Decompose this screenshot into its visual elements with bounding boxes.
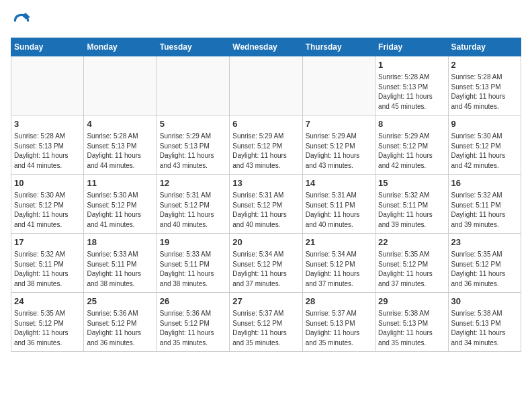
day-number: 16: [451, 177, 518, 189]
calendar-day-cell: 30Sunrise: 5:38 AMSunset: 5:13 PMDayligh…: [448, 293, 521, 352]
day-info: Sunrise: 5:28 AMSunset: 5:13 PMDaylight:…: [14, 132, 81, 171]
calendar-day-cell: 12Sunrise: 5:31 AMSunset: 5:12 PMDayligh…: [157, 175, 229, 234]
calendar-day-cell: [302, 56, 375, 116]
day-info: Sunrise: 5:32 AMSunset: 5:11 PMDaylight:…: [451, 191, 518, 230]
logo-icon: [11, 11, 32, 32]
day-number: 23: [451, 236, 518, 248]
day-number: 3: [14, 118, 81, 130]
day-info: Sunrise: 5:35 AMSunset: 5:12 PMDaylight:…: [451, 250, 518, 289]
calendar-day-cell: 17Sunrise: 5:32 AMSunset: 5:11 PMDayligh…: [11, 234, 84, 293]
calendar-day-cell: 19Sunrise: 5:33 AMSunset: 5:11 PMDayligh…: [157, 234, 229, 293]
day-number: 26: [160, 295, 226, 308]
calendar-day-cell: 22Sunrise: 5:35 AMSunset: 5:12 PMDayligh…: [375, 234, 448, 293]
calendar-day-cell: [230, 56, 302, 116]
day-info: Sunrise: 5:28 AMSunset: 5:13 PMDaylight:…: [378, 73, 445, 111]
day-info: Sunrise: 5:31 AMSunset: 5:12 PMDaylight:…: [232, 191, 299, 230]
calendar-header: SundayMondayTuesdayWednesdayThursdayFrid…: [11, 38, 521, 56]
day-info: Sunrise: 5:29 AMSunset: 5:12 PMDaylight:…: [306, 132, 372, 171]
day-number: 5: [160, 118, 226, 130]
day-info: Sunrise: 5:29 AMSunset: 5:13 PMDaylight:…: [160, 132, 226, 171]
calendar-day-cell: 20Sunrise: 5:34 AMSunset: 5:12 PMDayligh…: [230, 234, 302, 293]
day-number: 27: [232, 295, 299, 308]
page-header: [11, 11, 521, 32]
calendar-week-5: 24Sunrise: 5:35 AMSunset: 5:12 PMDayligh…: [11, 293, 521, 352]
day-info: Sunrise: 5:36 AMSunset: 5:12 PMDaylight:…: [160, 309, 226, 348]
day-number: 8: [378, 118, 445, 130]
calendar-day-cell: 2Sunrise: 5:28 AMSunset: 5:13 PMDaylight…: [448, 56, 521, 116]
day-info: Sunrise: 5:30 AMSunset: 5:12 PMDaylight:…: [87, 191, 153, 230]
day-number: 6: [232, 118, 299, 130]
calendar-day-cell: 8Sunrise: 5:29 AMSunset: 5:12 PMDaylight…: [375, 116, 448, 175]
weekday-header-row: SundayMondayTuesdayWednesdayThursdayFrid…: [11, 38, 521, 56]
day-info: Sunrise: 5:30 AMSunset: 5:12 PMDaylight:…: [14, 191, 81, 230]
calendar-day-cell: 16Sunrise: 5:32 AMSunset: 5:11 PMDayligh…: [448, 175, 521, 234]
calendar-day-cell: 26Sunrise: 5:36 AMSunset: 5:12 PMDayligh…: [157, 293, 229, 352]
calendar-day-cell: [157, 56, 229, 116]
day-number: 14: [306, 177, 372, 189]
day-number: 24: [14, 295, 81, 308]
day-number: 10: [14, 177, 81, 189]
calendar-day-cell: [84, 56, 157, 116]
calendar-day-cell: 6Sunrise: 5:29 AMSunset: 5:12 PMDaylight…: [230, 116, 302, 175]
weekday-header-saturday: Saturday: [448, 38, 521, 56]
day-number: 18: [87, 236, 153, 248]
weekday-header-friday: Friday: [375, 38, 448, 56]
calendar-body: 1Sunrise: 5:28 AMSunset: 5:13 PMDaylight…: [11, 56, 521, 352]
day-number: 20: [232, 236, 299, 248]
day-info: Sunrise: 5:29 AMSunset: 5:12 PMDaylight:…: [232, 132, 299, 171]
calendar-day-cell: 18Sunrise: 5:33 AMSunset: 5:11 PMDayligh…: [84, 234, 157, 293]
calendar-day-cell: 7Sunrise: 5:29 AMSunset: 5:12 PMDaylight…: [302, 116, 375, 175]
calendar-day-cell: 5Sunrise: 5:29 AMSunset: 5:13 PMDaylight…: [157, 116, 229, 175]
day-info: Sunrise: 5:38 AMSunset: 5:13 PMDaylight:…: [378, 309, 445, 348]
calendar-day-cell: 21Sunrise: 5:34 AMSunset: 5:12 PMDayligh…: [302, 234, 375, 293]
calendar-day-cell: 3Sunrise: 5:28 AMSunset: 5:13 PMDaylight…: [11, 116, 84, 175]
day-info: Sunrise: 5:28 AMSunset: 5:13 PMDaylight:…: [87, 132, 153, 171]
calendar-week-3: 10Sunrise: 5:30 AMSunset: 5:12 PMDayligh…: [11, 175, 521, 234]
day-number: 15: [378, 177, 445, 189]
calendar-week-2: 3Sunrise: 5:28 AMSunset: 5:13 PMDaylight…: [11, 116, 521, 175]
day-number: 4: [87, 118, 153, 130]
day-number: 25: [87, 295, 153, 308]
calendar-day-cell: 23Sunrise: 5:35 AMSunset: 5:12 PMDayligh…: [448, 234, 521, 293]
calendar-day-cell: 24Sunrise: 5:35 AMSunset: 5:12 PMDayligh…: [11, 293, 84, 352]
weekday-header-wednesday: Wednesday: [230, 38, 302, 56]
calendar-day-cell: 4Sunrise: 5:28 AMSunset: 5:13 PMDaylight…: [84, 116, 157, 175]
day-info: Sunrise: 5:35 AMSunset: 5:12 PMDaylight:…: [378, 250, 445, 289]
weekday-header-sunday: Sunday: [11, 38, 84, 56]
day-number: 2: [451, 59, 518, 71]
calendar-day-cell: [11, 56, 84, 116]
day-info: Sunrise: 5:30 AMSunset: 5:12 PMDaylight:…: [451, 132, 518, 171]
weekday-header-thursday: Thursday: [302, 38, 375, 56]
day-info: Sunrise: 5:38 AMSunset: 5:13 PMDaylight:…: [451, 309, 518, 348]
day-number: 29: [378, 295, 445, 308]
day-number: 12: [160, 177, 226, 189]
calendar-week-4: 17Sunrise: 5:32 AMSunset: 5:11 PMDayligh…: [11, 234, 521, 293]
calendar-week-1: 1Sunrise: 5:28 AMSunset: 5:13 PMDaylight…: [11, 56, 521, 116]
day-info: Sunrise: 5:31 AMSunset: 5:12 PMDaylight:…: [160, 191, 226, 230]
logo: [11, 11, 35, 32]
day-number: 21: [306, 236, 372, 248]
day-info: Sunrise: 5:34 AMSunset: 5:12 PMDaylight:…: [306, 250, 372, 289]
calendar-day-cell: 28Sunrise: 5:37 AMSunset: 5:13 PMDayligh…: [302, 293, 375, 352]
calendar-day-cell: 1Sunrise: 5:28 AMSunset: 5:13 PMDaylight…: [375, 56, 448, 116]
day-number: 19: [160, 236, 226, 248]
day-number: 9: [451, 118, 518, 130]
day-number: 22: [378, 236, 445, 248]
calendar-day-cell: 29Sunrise: 5:38 AMSunset: 5:13 PMDayligh…: [375, 293, 448, 352]
calendar-day-cell: 11Sunrise: 5:30 AMSunset: 5:12 PMDayligh…: [84, 175, 157, 234]
day-info: Sunrise: 5:31 AMSunset: 5:11 PMDaylight:…: [306, 191, 372, 230]
day-number: 7: [306, 118, 372, 130]
calendar-day-cell: 15Sunrise: 5:32 AMSunset: 5:11 PMDayligh…: [375, 175, 448, 234]
day-info: Sunrise: 5:33 AMSunset: 5:11 PMDaylight:…: [160, 250, 226, 289]
weekday-header-monday: Monday: [84, 38, 157, 56]
day-info: Sunrise: 5:28 AMSunset: 5:13 PMDaylight:…: [451, 73, 518, 111]
calendar-day-cell: 9Sunrise: 5:30 AMSunset: 5:12 PMDaylight…: [448, 116, 521, 175]
day-info: Sunrise: 5:29 AMSunset: 5:12 PMDaylight:…: [378, 132, 445, 171]
weekday-header-tuesday: Tuesday: [157, 38, 229, 56]
day-number: 30: [451, 295, 518, 308]
day-number: 1: [378, 59, 445, 71]
day-info: Sunrise: 5:36 AMSunset: 5:12 PMDaylight:…: [87, 309, 153, 348]
calendar-day-cell: 27Sunrise: 5:37 AMSunset: 5:12 PMDayligh…: [230, 293, 302, 352]
calendar-day-cell: 14Sunrise: 5:31 AMSunset: 5:11 PMDayligh…: [302, 175, 375, 234]
calendar-day-cell: 25Sunrise: 5:36 AMSunset: 5:12 PMDayligh…: [84, 293, 157, 352]
